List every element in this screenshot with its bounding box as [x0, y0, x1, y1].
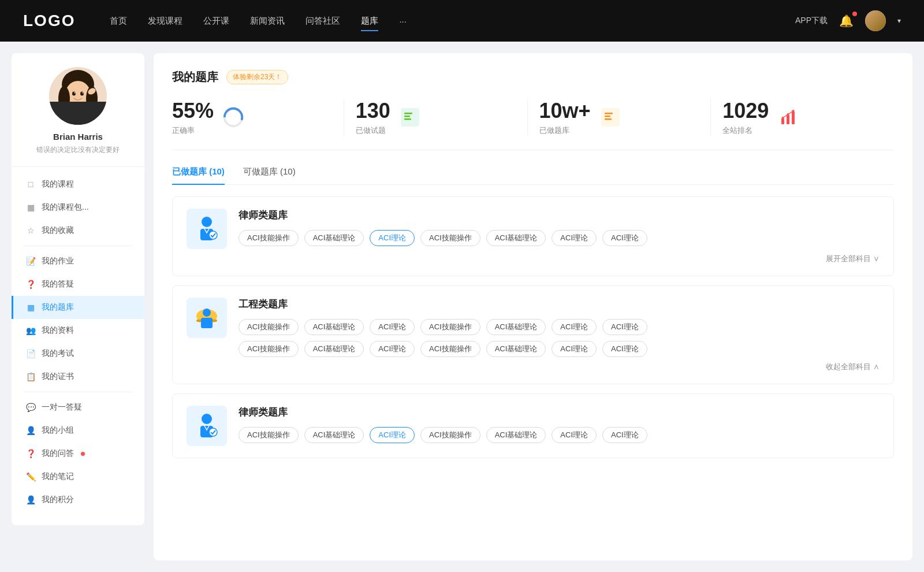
- menu-label: 我的考试: [42, 348, 74, 359]
- nav-questions[interactable]: 题库: [361, 13, 378, 29]
- tab-available-banks[interactable]: 可做题库 (10): [243, 166, 296, 184]
- qa-icon: ❓: [25, 448, 36, 459]
- menu-label: 我的收藏: [42, 225, 74, 236]
- exam-icon: 📄: [25, 348, 36, 359]
- svg-point-37: [209, 428, 217, 436]
- svg-rect-20: [605, 118, 612, 120]
- menu-label: 我的题库: [42, 302, 74, 313]
- nav-news[interactable]: 新闻资讯: [250, 13, 285, 29]
- stat-done-block: 130 已做试题: [356, 99, 390, 136]
- sidebar: Brian Harris 错误的决定比没有决定要好 □ 我的课程 ▦ 我的课程包…: [12, 53, 144, 525]
- nav-home[interactable]: 首页: [110, 13, 127, 29]
- sidebar-item-notes[interactable]: ✏️ 我的笔记: [12, 465, 144, 488]
- menu-label: 我的积分: [42, 495, 74, 505]
- sidebar-item-favorites[interactable]: ☆ 我的收藏: [12, 219, 144, 242]
- law2-tag-3[interactable]: ACI技能操作: [420, 427, 480, 443]
- sidebar-item-homework[interactable]: 📝 我的作业: [12, 250, 144, 273]
- divider: [23, 246, 133, 246]
- eng2-tag-3[interactable]: ACI技能操作: [420, 341, 480, 357]
- page-title: 我的题库: [172, 69, 218, 85]
- sidebar-item-questions[interactable]: ❓ 我的答疑: [12, 273, 144, 296]
- law2-tag-5[interactable]: ACI理论: [552, 427, 597, 443]
- stat-ranking-block: 1029 全站排名: [722, 99, 769, 136]
- stat-ranking-value: 1029: [722, 99, 769, 123]
- tag-6[interactable]: ACI理论: [602, 230, 647, 246]
- expand-all-link[interactable]: 展开全部科目 ∨: [826, 254, 880, 264]
- chevron-down-icon[interactable]: ▾: [897, 17, 901, 25]
- bank-name-3: 律师类题库: [239, 406, 880, 419]
- eng2-tag-1[interactable]: ACI基础理论: [304, 341, 364, 357]
- eng2-tag-5[interactable]: ACI理论: [552, 341, 597, 357]
- menu-label: 我的笔记: [42, 471, 74, 482]
- tab-done-banks[interactable]: 已做题库 (10): [172, 166, 225, 184]
- tag-0[interactable]: ACI技能操作: [239, 230, 299, 246]
- eng-tag-5[interactable]: ACI理论: [552, 319, 597, 335]
- law2-tag-2[interactable]: ACI理论: [370, 427, 415, 443]
- stat-done-banks: 10w+ 已做题库: [528, 99, 711, 136]
- app-download-link[interactable]: APP下载: [795, 16, 828, 26]
- collapse-all-link[interactable]: 收起全部科目 ∧: [826, 362, 880, 372]
- sidebar-item-my-courses[interactable]: □ 我的课程: [12, 173, 144, 196]
- sidebar-item-one-on-one[interactable]: 💬 一对一答疑: [12, 396, 144, 419]
- sidebar-menu: □ 我的课程 ▦ 我的课程包... ☆ 我的收藏 📝 我的作业 ❓ 我的答疑 ▦: [12, 173, 144, 511]
- sidebar-item-course-packages[interactable]: ▦ 我的课程包...: [12, 196, 144, 219]
- svg-point-29: [209, 231, 217, 239]
- stat-done-questions: 130 已做试题: [344, 99, 528, 136]
- group-icon: 👤: [25, 425, 36, 436]
- collapse-row: 收起全部科目 ∧: [187, 362, 880, 372]
- svg-rect-22: [787, 115, 789, 124]
- svg-point-9: [83, 92, 84, 94]
- svg-rect-19: [605, 116, 610, 117]
- eng2-tag-0[interactable]: ACI技能操作: [239, 341, 299, 357]
- bank-content: 律师类题库 ACI技能操作 ACI基础理论 ACI理论 ACI技能操作 ACI基…: [239, 209, 880, 246]
- divider2: [23, 392, 133, 392]
- navbar: LOGO 首页 发现课程 公开课 新闻资讯 问答社区 题库 ··· APP下载 …: [0, 0, 924, 42]
- tag-2[interactable]: ACI理论: [370, 230, 415, 246]
- stat-accuracy-value: 55%: [172, 99, 214, 123]
- sidebar-item-my-qa[interactable]: ❓ 我的问答: [12, 442, 144, 465]
- svg-rect-16: [404, 118, 411, 120]
- eng-tag-6[interactable]: ACI理论: [602, 319, 647, 335]
- law2-tag-4[interactable]: ACI基础理论: [486, 427, 546, 443]
- stat-ranking: 1029 全站排名: [711, 99, 894, 136]
- bank-icon-lawyer: [187, 209, 227, 249]
- list-green-icon: [398, 106, 422, 129]
- eng2-tag-6[interactable]: ACI理论: [602, 341, 647, 357]
- tag-1[interactable]: ACI基础理论: [304, 230, 364, 246]
- law2-tag-6[interactable]: ACI理论: [602, 427, 647, 443]
- eng-tag-4[interactable]: ACI基础理论: [486, 319, 546, 335]
- nav-qa[interactable]: 问答社区: [305, 13, 340, 29]
- notification-bell[interactable]: 🔔: [839, 14, 854, 28]
- eng-tag-0[interactable]: ACI技能操作: [239, 319, 299, 335]
- avatar[interactable]: [865, 10, 886, 31]
- nav-discover[interactable]: 发现课程: [148, 13, 182, 29]
- svg-point-33: [203, 309, 211, 317]
- tag-5[interactable]: ACI理论: [552, 230, 597, 246]
- sidebar-item-question-bank[interactable]: ▦ 我的题库: [12, 296, 144, 319]
- bank-card-lawyer-2: 律师类题库 ACI技能操作 ACI基础理论 ACI理论 ACI技能操作 ACI基…: [172, 393, 894, 458]
- tags-row-3: ACI技能操作 ACI基础理论 ACI理论 ACI技能操作 ACI基础理论 AC…: [239, 427, 880, 443]
- profile-icon: 👥: [25, 325, 36, 336]
- law2-tag-1[interactable]: ACI基础理论: [304, 427, 364, 443]
- law2-tag-0[interactable]: ACI技能操作: [239, 427, 299, 443]
- bank-icon-engineer: [187, 298, 227, 338]
- eng-tag-1[interactable]: ACI基础理论: [304, 319, 364, 335]
- sidebar-item-exams[interactable]: 📄 我的考试: [12, 342, 144, 365]
- sidebar-item-certificates[interactable]: 📋 我的证书: [12, 365, 144, 388]
- svg-rect-18: [605, 113, 613, 114]
- bank-card-header-2: 工程类题库 ACI技能操作 ACI基础理论 ACI理论 ACI技能操作 ACI基…: [187, 298, 880, 357]
- nav-open-course[interactable]: 公开课: [203, 13, 229, 29]
- sidebar-item-points[interactable]: 👤 我的积分: [12, 488, 144, 511]
- tag-4[interactable]: ACI基础理论: [486, 230, 546, 246]
- sidebar-item-profile[interactable]: 👥 我的资料: [12, 319, 144, 342]
- sidebar-item-groups[interactable]: 👤 我的小组: [12, 419, 144, 442]
- eng-tag-3[interactable]: ACI技能操作: [420, 319, 480, 335]
- eng2-tag-4[interactable]: ACI基础理论: [486, 341, 546, 357]
- avatar-image: [865, 10, 886, 31]
- svg-point-3: [58, 86, 70, 112]
- eng-tag-2[interactable]: ACI理论: [370, 319, 415, 335]
- svg-rect-17: [601, 108, 620, 127]
- eng2-tag-2[interactable]: ACI理论: [370, 341, 415, 357]
- tag-3[interactable]: ACI技能操作: [420, 230, 480, 246]
- nav-more[interactable]: ···: [399, 14, 407, 28]
